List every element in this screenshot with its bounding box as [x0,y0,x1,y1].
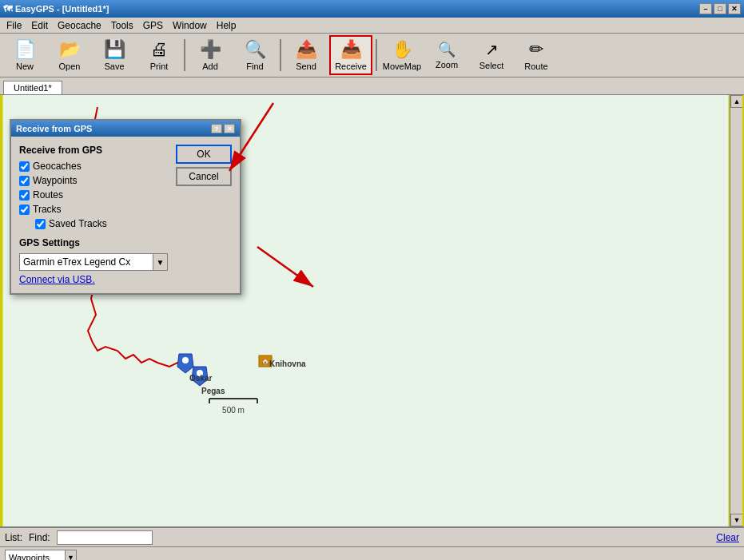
zoom-label: Zoom [436,60,458,70]
menu-window[interactable]: Window [168,18,212,33]
open-button[interactable]: 📂 Open [48,35,91,75]
select-button[interactable]: ↗ Select [470,35,513,75]
cancel-button[interactable]: Cancel [176,167,232,186]
app-icon: 🗺 [3,4,12,14]
toolbar-separator-3 [376,39,377,71]
new-icon: 📄 [14,39,36,60]
menu-help[interactable]: Help [212,18,241,33]
savedtracks-checkbox[interactable] [35,219,46,229]
gps-dropdown-arrow-icon[interactable]: ▼ [153,254,167,270]
add-button[interactable]: ➕ Add [189,35,232,75]
dialog-title-buttons[interactable]: ? ✕ [211,124,235,133]
connect-link[interactable]: Connect via USB. [19,274,168,285]
save-icon: 💾 [104,39,125,60]
send-icon: 📤 [296,39,317,60]
movemap-button[interactable]: ✋ MoveMap [380,35,424,75]
dialog-help-button[interactable]: ? [211,124,222,133]
dialog-close-button[interactable]: ✕ [224,124,235,133]
menu-gps[interactable]: GPS [138,18,168,33]
minimize-button[interactable]: – [699,3,712,14]
title-bar-left: 🗺 EasyGPS - [Untitled1*] [3,4,109,14]
title-bar-buttons[interactable]: – □ ✕ [699,3,741,14]
savedtracks-label: Saved Tracks [49,218,107,229]
list-dropdown-arrow-icon[interactable]: ▼ [65,550,76,561]
map-area[interactable]: ▲ ▼ [0,95,744,526]
new-button[interactable]: 📄 New [3,35,46,75]
print-label: Print [150,62,169,71]
save-button[interactable]: 💾 Save [93,35,136,75]
toolbar-separator-1 [184,39,185,71]
gps-device-text: Garmin eTrex Legend Cx [20,256,153,268]
tracks-checkbox[interactable] [19,205,30,215]
geocaches-checkbox[interactable] [19,161,30,172]
gps-device-dropdown[interactable]: Garmin eTrex Legend Cx ▼ [19,253,168,271]
gps-section-label: GPS Settings [19,237,168,248]
svg-line-18 [257,247,313,287]
route-label: Route [524,62,547,71]
close-button[interactable]: ✕ [728,3,741,14]
zoom-button[interactable]: 🔍 Zoom [425,35,468,75]
print-icon: 🖨 [150,39,168,60]
geocaches-row: Geocaches [19,161,168,172]
waypoints-checkbox[interactable] [19,176,30,186]
routes-checkbox[interactable] [19,190,30,201]
bottom-area: List: Find: Clear Waypoints ▼ Label Type… [0,526,744,560]
list-label: List: [5,532,22,543]
dialog-overlay: Receive from GPS ? ✕ Receive from GPS [2,95,742,526]
receive-button[interactable]: 📥 Receive [329,35,372,75]
route-button[interactable]: ✏ Route [515,35,558,75]
list-controls: List: Find: Clear [0,528,744,547]
movemap-icon: ✋ [392,39,413,60]
open-label: Open [59,62,81,71]
open-icon: 📂 [59,39,81,60]
dialog-body: Receive from GPS Geocaches Waypoints [11,137,240,293]
tab-bar: Untitled1* [0,77,744,95]
find-label: Find [246,62,263,71]
clear-button[interactable]: Clear [716,532,739,543]
savedtracks-row: Saved Tracks [35,218,168,229]
tracks-label: Tracks [33,204,62,215]
maximize-button[interactable]: □ [714,3,726,14]
find-label: Find: [29,532,50,543]
dialog-title-text: Receive from GPS [16,124,92,133]
menu-file[interactable]: File [2,18,26,33]
movemap-label: MoveMap [383,62,421,71]
menu-bar: File Edit Geocache Tools GPS Window Help [0,18,744,34]
toolbar: 📄 New 📂 Open 💾 Save 🖨 Print ➕ Add 🔍 Find… [0,34,744,77]
print-button[interactable]: 🖨 Print [137,35,181,75]
save-label: Save [104,62,124,71]
gps-section: GPS Settings Garmin eTrex Legend Cx ▼ Co… [19,237,168,285]
waypoints-label: Waypoints [33,175,78,186]
tab-untitled1[interactable]: Untitled1* [3,81,62,94]
list-second-row: Waypoints ▼ [0,547,744,560]
find-input[interactable] [57,530,153,545]
find-button[interactable]: 🔍 Find [233,35,277,75]
title-bar: 🗺 EasyGPS - [Untitled1*] – □ ✕ [0,0,744,18]
receive-icon: 📥 [340,39,362,60]
ok-button[interactable]: OK [176,145,232,164]
find-icon: 🔍 [245,39,266,60]
title-bar-text: EasyGPS - [Untitled1*] [15,4,109,14]
list-type-dropdown[interactable]: Waypoints ▼ [5,550,77,561]
routes-label: Routes [33,189,63,201]
dialog-left: Receive from GPS Geocaches Waypoints [19,145,168,285]
select-label: Select [479,61,504,70]
send-button[interactable]: 📤 Send [284,35,328,75]
menu-geocache[interactable]: Geocache [53,18,106,33]
dialog-title-bar: Receive from GPS ? ✕ [11,121,240,137]
select-icon: ↗ [485,40,499,59]
toolbar-separator-2 [280,39,281,71]
zoom-icon: 🔍 [438,41,456,58]
dialog-section-label: Receive from GPS [19,145,168,156]
waypoints-row: Waypoints [19,175,168,186]
send-label: Send [296,62,316,71]
receive-label: Receive [335,62,367,71]
menu-tools[interactable]: Tools [106,18,138,33]
receive-dialog: Receive from GPS ? ✕ Receive from GPS [10,119,241,295]
menu-edit[interactable]: Edit [26,18,53,33]
geocaches-label: Geocaches [33,161,82,172]
route-icon: ✏ [529,39,543,60]
tracks-row: Tracks [19,204,168,215]
new-label: New [16,62,34,71]
routes-row: Routes [19,189,168,201]
